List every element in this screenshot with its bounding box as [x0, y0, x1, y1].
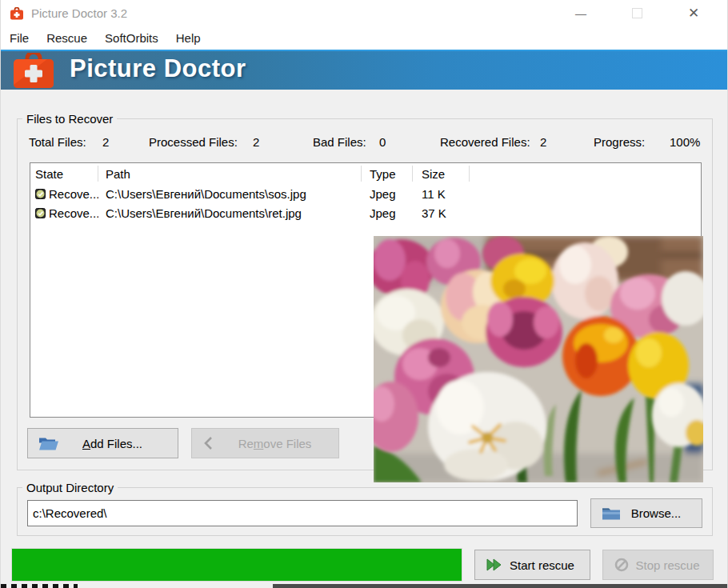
total-files-label: Total Files:: [29, 135, 86, 149]
stop-rescue-button[interactable]: Stop rescue: [602, 550, 714, 580]
file-list-header: State Path Type Size: [30, 163, 701, 184]
progress-value: 100%: [670, 135, 700, 149]
output-directory-input[interactable]: [27, 500, 578, 526]
stop-icon: [614, 557, 630, 573]
preview-image: [374, 236, 703, 482]
processed-files-value: 2: [253, 135, 259, 149]
chevron-left-icon: [202, 436, 214, 450]
app-logo-title: Picture Doctor: [70, 54, 246, 83]
browse-button[interactable]: Browse...: [590, 498, 702, 528]
type-header-label: Type: [370, 167, 396, 181]
row-type: Jpeg: [362, 187, 413, 201]
row-state: Recove...: [49, 206, 98, 220]
tulip-photo: [374, 236, 703, 482]
menu-rescue[interactable]: Rescue: [38, 28, 96, 48]
recovered-files-value: 2: [540, 135, 546, 149]
files-to-recover-label: Files to Recover: [22, 112, 117, 126]
recovered-check-icon: [35, 189, 46, 199]
table-row[interactable]: Recove... C:\Users\Евгений\Documents\sos…: [30, 184, 701, 203]
column-header-size[interactable]: Size: [413, 166, 470, 182]
app-window: Picture Doctor 3.2 — ✕ File Rescue SoftO…: [0, 0, 728, 588]
progress-fill: [12, 549, 462, 581]
first-aid-kit-icon: [12, 53, 55, 90]
remove-files-label: Remove Files: [192, 437, 338, 450]
menu-bar: File Rescue SoftOrbits Help: [1, 26, 727, 50]
taskbar-edge: [273, 584, 728, 588]
state-header-label: State: [35, 167, 63, 181]
menu-file[interactable]: File: [1, 28, 38, 48]
size-header-label: Size: [422, 167, 445, 181]
app-icon: [10, 7, 24, 20]
column-header-type[interactable]: Type: [362, 166, 413, 182]
bad-files-label: Bad Files:: [313, 135, 366, 149]
title-bar: Picture Doctor 3.2 — ✕: [1, 0, 727, 26]
recovered-files-label: Recovered Files:: [440, 135, 530, 149]
maximize-icon: [632, 8, 642, 18]
bad-files-value: 0: [379, 135, 386, 149]
progress-label: Progress:: [594, 135, 645, 149]
output-directory-label: Output Directory: [22, 481, 118, 494]
total-files-value: 2: [102, 135, 109, 149]
close-icon: ✕: [688, 5, 699, 22]
folder-open-icon: [38, 436, 59, 451]
column-header-path[interactable]: Path: [98, 166, 362, 182]
add-files-button[interactable]: Add Files...: [27, 428, 178, 458]
folder-closed-icon: [602, 506, 621, 520]
menu-softorbits[interactable]: SoftOrbits: [96, 28, 167, 48]
row-size: 11 K: [413, 187, 470, 201]
start-rescue-button[interactable]: Start rescue: [474, 550, 590, 580]
column-header-state[interactable]: State: [30, 166, 98, 182]
rescue-progress-bar: [11, 548, 462, 582]
row-path: C:\Users\Евгений\Documents\sos.jpg: [98, 187, 362, 201]
close-button[interactable]: ✕: [675, 0, 712, 26]
desktop-artifact: [1, 584, 78, 588]
row-path: C:\Users\Евгений\Documents\ret.jpg: [98, 206, 362, 220]
maximize-button[interactable]: [618, 0, 655, 26]
remove-files-button[interactable]: Remove Files: [191, 428, 339, 458]
minimize-button[interactable]: —: [562, 0, 599, 26]
menu-help[interactable]: Help: [167, 28, 210, 48]
row-state: Recove...: [49, 187, 98, 201]
window-title: Picture Doctor 3.2: [31, 6, 127, 20]
processed-files-label: Processed Files:: [149, 135, 238, 149]
table-row[interactable]: Recove... C:\Users\Евгений\Documents\ret…: [30, 203, 701, 222]
row-type: Jpeg: [362, 206, 413, 220]
minimize-icon: —: [575, 7, 586, 20]
row-size: 37 K: [413, 206, 470, 220]
double-arrow-right-icon: [486, 558, 503, 572]
app-banner: Picture Doctor: [1, 50, 727, 90]
recovered-check-icon: [35, 208, 46, 218]
path-header-label: Path: [106, 167, 130, 181]
